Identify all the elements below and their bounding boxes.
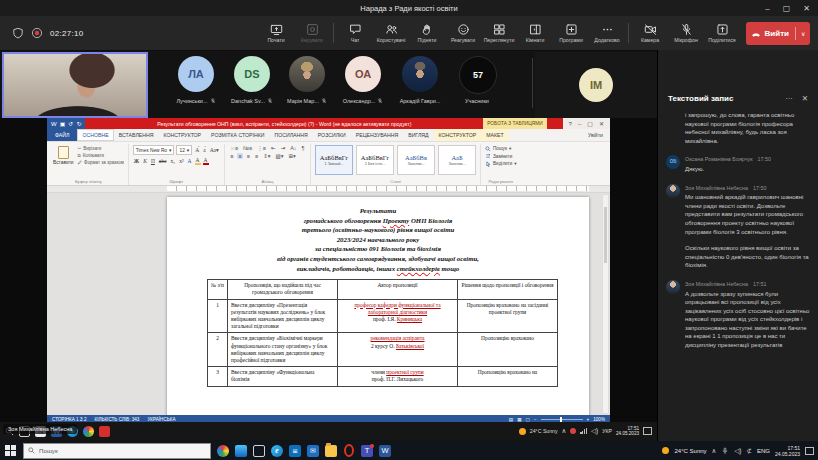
camera-button[interactable]: Камера xyxy=(632,23,668,43)
shading-icon[interactable]: ▨▾ xyxy=(274,153,285,159)
bullets-icon[interactable]: ⁙≡ xyxy=(229,145,240,151)
mail-icon[interactable]: ✉ xyxy=(307,445,319,457)
align-left-icon[interactable]: ≡ xyxy=(229,153,235,159)
outdent-icon[interactable]: ⇤ xyxy=(269,145,277,151)
numbering-icon[interactable]: №≡ xyxy=(242,145,254,151)
opera-icon[interactable] xyxy=(343,445,355,457)
style-normal[interactable]: АаБбВвГг1 Звичай... xyxy=(315,145,353,175)
zoom-slider[interactable] xyxy=(541,419,583,420)
subscript-button[interactable]: x₂ xyxy=(170,158,177,164)
grow-font-icon[interactable]: А́ xyxy=(194,147,200,153)
copy-button[interactable]: ⧉Копіювати xyxy=(78,152,124,159)
tab-references[interactable]: ПОСИЛАННЯ xyxy=(269,129,312,141)
notification-center-icon[interactable] xyxy=(643,427,652,435)
network-icon[interactable] xyxy=(580,428,587,434)
close-panel-icon[interactable]: ✕ xyxy=(802,94,808,103)
bold-button[interactable]: Ж xyxy=(133,158,140,164)
active-speaker-video[interactable] xyxy=(2,52,148,118)
teams-icon[interactable]: T xyxy=(361,445,373,457)
vertical-scrollbar[interactable] xyxy=(602,194,609,414)
avatar[interactable]: DS xyxy=(234,56,270,92)
line-spacing-icon[interactable]: ⇕▾ xyxy=(262,153,272,159)
minimize-icon[interactable]: – xyxy=(765,4,769,13)
justify-icon[interactable]: ≡ xyxy=(253,153,259,159)
spotlight-video-tile[interactable]: ІМ xyxy=(535,52,657,118)
tab-insert[interactable]: ВСТАВЛЕННЯ xyxy=(114,129,159,141)
avatar[interactable]: ОА xyxy=(345,56,381,92)
paste-button[interactable]: Вставити xyxy=(53,145,74,166)
file-explorer-icon[interactable] xyxy=(325,445,337,457)
leave-button[interactable]: Вийти ∨ xyxy=(746,22,810,45)
find-button[interactable]: Пошук▾ xyxy=(485,145,517,153)
avatar-photo[interactable] xyxy=(289,56,325,92)
app-icon[interactable] xyxy=(99,426,110,437)
align-right-icon[interactable]: ≡ xyxy=(245,153,251,159)
mic-tray-icon[interactable] xyxy=(721,447,729,455)
select-button[interactable]: Виділити▾ xyxy=(485,160,517,168)
tab-home[interactable]: ОСНОВНЕ xyxy=(77,129,113,141)
rooms-button[interactable]: Кімнати xyxy=(517,23,553,43)
context-tab-table-tools[interactable]: РОБОТА З ТАБЛИЦЯМИ xyxy=(483,118,546,129)
tray-expand-icon[interactable]: ∧ xyxy=(562,427,567,435)
tab-mailings[interactable]: РОЗСИЛКИ xyxy=(313,129,351,141)
sort-icon[interactable]: А↓ xyxy=(289,145,298,151)
weather-icon[interactable] xyxy=(662,447,669,454)
style-heading2[interactable]: АаБЗаголов... xyxy=(438,145,476,175)
share-button[interactable]: Поділитися xyxy=(704,23,740,43)
change-case-icon[interactable]: Аа▾ xyxy=(209,147,220,153)
tab-page-layout[interactable]: РОЗМІТКА СТОРІНКИ xyxy=(206,129,269,141)
weather-text[interactable]: 24°C Sunny xyxy=(674,448,706,454)
chat-button[interactable]: Чат xyxy=(337,23,373,43)
tab-review[interactable]: РЕЦЕНЗУВАННЯ xyxy=(351,129,403,141)
font-color-button[interactable]: А xyxy=(203,157,209,165)
tab-view[interactable]: ВИГЛЯД xyxy=(403,129,433,141)
clock[interactable]: 17:51 24.05.2023 xyxy=(616,426,639,437)
style-no-spacing[interactable]: АаБбВвГг1 Без інте... xyxy=(356,145,394,175)
font-size-select[interactable]: 12▾ xyxy=(176,145,192,155)
tab-table-design[interactable]: КОНСТРУКТОР xyxy=(434,129,482,141)
restore-icon[interactable]: ▢ xyxy=(587,120,593,127)
format-painter-button[interactable]: 🖉Формат за зразком xyxy=(78,159,124,166)
text-effects-icon[interactable]: А xyxy=(187,158,193,164)
tab-table-layout[interactable]: МАКЕТ xyxy=(481,129,508,141)
tray-app-icon[interactable] xyxy=(570,428,576,434)
strikethrough-button[interactable]: abc xyxy=(158,158,168,164)
highlight-button[interactable]: А xyxy=(195,157,201,165)
view-button[interactable]: Переглянути xyxy=(481,23,517,43)
italic-button[interactable]: К xyxy=(142,158,148,164)
task-view-icon[interactable] xyxy=(253,445,265,457)
replace-button[interactable]: Замінити xyxy=(485,153,517,161)
volume-icon[interactable]: ◁) xyxy=(591,427,598,435)
cut-button[interactable]: ✂Вирізати xyxy=(78,145,124,152)
save-icon[interactable]: ▣ xyxy=(60,120,66,127)
avatar[interactable]: ЛА xyxy=(178,56,214,92)
scrollbar-thumb[interactable] xyxy=(604,207,607,263)
font-name-select[interactable]: Times New Ro▾ xyxy=(133,145,175,155)
word-icon[interactable]: W xyxy=(379,445,391,457)
borders-icon[interactable]: ⊞▾ xyxy=(287,153,297,159)
superscript-button[interactable]: x² xyxy=(178,158,184,164)
apps-button[interactable]: Програми xyxy=(553,23,589,43)
tray-expand-icon[interactable]: ∧ xyxy=(712,447,717,455)
photos-app-icon[interactable] xyxy=(217,445,229,457)
document-page[interactable]: Результати громадського обговорення Прое… xyxy=(167,197,589,415)
avatar-photo[interactable] xyxy=(402,56,438,92)
indent-icon[interactable]: ⇥ xyxy=(279,145,287,151)
participants-button[interactable]: Користувачі xyxy=(373,23,409,43)
keyboard-language[interactable]: УКР xyxy=(602,428,612,434)
raise-hand-button[interactable]: Підняти xyxy=(409,23,445,43)
tab-design[interactable]: КОНСТРУКТОР xyxy=(159,129,207,141)
mic-button[interactable]: Мікрофон xyxy=(668,23,704,43)
style-heading1[interactable]: АаБбВвЗаголов... xyxy=(397,145,435,175)
edge-icon[interactable]: e xyxy=(271,445,283,457)
more-button[interactable]: Додатково xyxy=(589,23,625,43)
shrink-font-icon[interactable]: а́ xyxy=(202,147,206,153)
app-icon[interactable] xyxy=(235,445,247,457)
chevron-down-icon[interactable]: ∨ xyxy=(795,27,805,40)
pilcrow-icon[interactable]: ¶ xyxy=(300,145,306,151)
multilevel-list-icon[interactable]: ⋮≡ xyxy=(256,145,268,151)
store-icon[interactable]: ⊞ xyxy=(289,445,301,457)
close-icon[interactable]: ✕ xyxy=(803,4,810,13)
weather-text[interactable]: 24°C Sunny xyxy=(530,428,558,434)
tab-file[interactable]: ФАЙЛ xyxy=(47,129,77,141)
